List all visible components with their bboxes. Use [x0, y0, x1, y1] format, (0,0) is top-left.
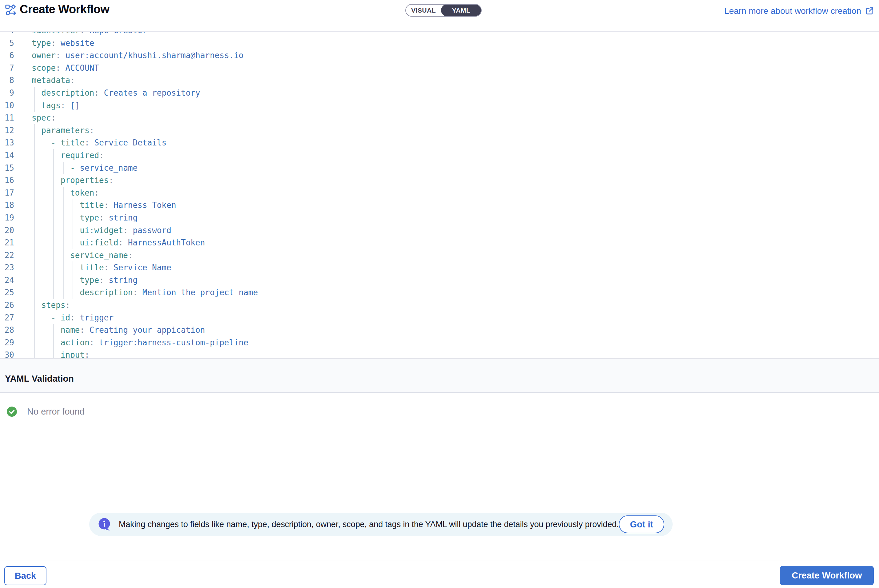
indent-guide [63, 274, 64, 286]
view-mode-toggle[interactable]: VISUAL YAML [405, 4, 482, 16]
yaml-line-13[interactable]: 13- title: Service Details [0, 136, 879, 149]
indent-guide [53, 212, 54, 224]
got-it-button[interactable]: Got it [619, 515, 664, 533]
line-number: 29 [0, 336, 14, 349]
indent-guide [44, 336, 44, 349]
line-number: 10 [0, 99, 14, 112]
check-circle-icon [7, 406, 17, 417]
indent-guide [44, 149, 44, 162]
indent-guide [44, 286, 44, 299]
yaml-line-6[interactable]: 6owner: user:account/khushi.sharma@harne… [0, 49, 879, 62]
indent-guide [53, 286, 54, 299]
yaml-line-content: ui:widget: password [80, 224, 171, 237]
indent-guide [34, 249, 35, 262]
yaml-line-20[interactable]: 20ui:widget: password [0, 224, 879, 237]
indent-guide [44, 237, 44, 249]
yaml-line-content: identifier: Repo_Creator [32, 32, 147, 37]
toggle-option-visual[interactable]: VISUAL [406, 4, 441, 16]
learn-more-link[interactable]: Learn more about workflow creation [724, 5, 874, 17]
indent-guide [34, 286, 35, 299]
indent-guide [34, 162, 35, 174]
indent-guide [44, 312, 44, 324]
yaml-line-30[interactable]: 30input: [0, 349, 879, 358]
indent-guide [63, 212, 64, 224]
yaml-line-content: spec: [32, 112, 56, 124]
yaml-line-content: - service_name [70, 162, 138, 174]
yaml-line-content: token: [70, 187, 99, 199]
indent-guide [44, 174, 44, 187]
line-number: 27 [0, 312, 14, 324]
yaml-line-content: properties: [61, 174, 114, 187]
yaml-line-16[interactable]: 16properties: [0, 174, 879, 187]
yaml-line-content: description: Mention the project name [80, 286, 258, 299]
validation-status-text: No error found [27, 406, 85, 417]
yaml-line-24[interactable]: 24type: string [0, 274, 879, 286]
yaml-lines: 4identifier: Repo_Creator5type: website6… [0, 32, 879, 358]
yaml-line-19[interactable]: 19type: string [0, 212, 879, 224]
line-number: 11 [0, 112, 14, 124]
indent-guide [53, 149, 54, 162]
create-workflow-button[interactable]: Create Workflow [780, 566, 874, 585]
yaml-line-8[interactable]: 8metadata: [0, 74, 879, 87]
line-number: 15 [0, 162, 14, 174]
yaml-line-18[interactable]: 18title: Harness Token [0, 199, 879, 212]
yaml-line-9[interactable]: 9description: Creates a repository [0, 87, 879, 99]
yaml-line-content: title: Service Name [80, 261, 171, 274]
indent-guide [53, 274, 54, 286]
indent-guide [34, 212, 35, 224]
line-number: 20 [0, 224, 14, 237]
yaml-line-25[interactable]: 25description: Mention the project name [0, 286, 879, 299]
back-button[interactable]: Back [4, 566, 46, 585]
yaml-line-content: parameters: [41, 124, 94, 137]
yaml-editor[interactable]: 4identifier: Repo_Creator5type: website6… [0, 32, 879, 358]
yaml-line-content: - title: Service Details [51, 136, 167, 149]
yaml-line-10[interactable]: 10tags: [] [0, 99, 879, 112]
toggle-option-yaml[interactable]: YAML [441, 4, 482, 16]
yaml-line-29[interactable]: 29action: trigger:harness-custom-pipelin… [0, 336, 879, 349]
yaml-line-11[interactable]: 11spec: [0, 112, 879, 124]
indent-guide [34, 87, 35, 99]
indent-guide [53, 199, 54, 212]
yaml-line-12[interactable]: 12parameters: [0, 124, 879, 137]
indent-guide [34, 336, 35, 349]
indent-guide [63, 286, 64, 299]
indent-guide [44, 349, 44, 358]
info-banner: Making changes to fields like name, type… [89, 513, 673, 536]
line-number: 7 [0, 62, 14, 74]
indent-guide [34, 312, 35, 324]
yaml-line-22[interactable]: 22service_name: [0, 249, 879, 262]
yaml-line-27[interactable]: 27- id: trigger [0, 312, 879, 324]
external-link-icon [865, 6, 874, 16]
indent-guide [44, 249, 44, 262]
yaml-line-17[interactable]: 17token: [0, 187, 879, 199]
yaml-line-21[interactable]: 21ui:field: HarnessAuthToken [0, 237, 879, 249]
yaml-line-content: type: string [80, 212, 138, 224]
indent-guide [53, 237, 54, 249]
yaml-line-content: action: trigger:harness-custom-pipeline [61, 336, 248, 349]
indent-guide [73, 237, 73, 249]
indent-guide [53, 249, 54, 262]
line-number: 9 [0, 87, 14, 99]
indent-guide [53, 187, 54, 199]
yaml-line-23[interactable]: 23title: Service Name [0, 261, 879, 274]
indent-guide [53, 261, 54, 274]
yaml-line-14[interactable]: 14required: [0, 149, 879, 162]
indent-guide [53, 349, 54, 358]
yaml-line-4[interactable]: 4identifier: Repo_Creator [0, 32, 879, 37]
yaml-line-5[interactable]: 5type: website [0, 37, 879, 50]
indent-guide [34, 199, 35, 212]
indent-guide [73, 261, 73, 274]
line-number: 30 [0, 349, 14, 358]
indent-guide [34, 324, 35, 336]
indent-guide [34, 237, 35, 249]
indent-guide [34, 274, 35, 286]
indent-guide [34, 224, 35, 237]
yaml-line-7[interactable]: 7scope: ACCOUNT [0, 62, 879, 74]
yaml-line-26[interactable]: 26steps: [0, 299, 879, 312]
indent-guide [44, 224, 44, 237]
indent-guide [44, 162, 44, 174]
yaml-line-15[interactable]: 15- service_name [0, 162, 879, 174]
line-number: 5 [0, 37, 14, 50]
yaml-line-28[interactable]: 28name: Creating your appication [0, 324, 879, 336]
yaml-line-content: metadata: [32, 74, 75, 87]
